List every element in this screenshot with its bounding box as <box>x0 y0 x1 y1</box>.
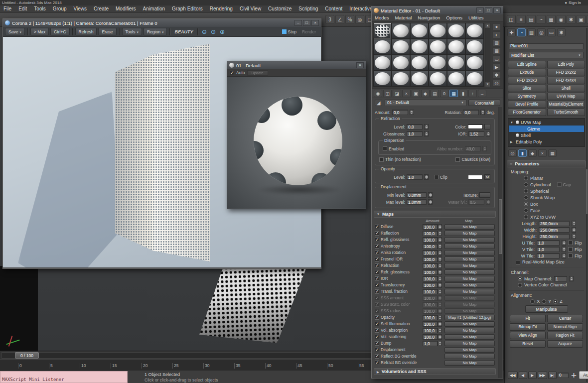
real-world-checkbox[interactable] <box>516 260 520 264</box>
hierarchy-tab-icon[interactable]: ▥ <box>527 28 536 36</box>
menu-item[interactable]: Tools <box>30 5 49 12</box>
tools-button[interactable]: Tools <box>122 28 142 35</box>
map-enable-checkbox[interactable] <box>375 354 379 359</box>
material-sample-slot[interactable] <box>373 23 392 39</box>
map-enable-checkbox[interactable] <box>375 348 379 352</box>
spinner[interactable] <box>562 240 566 246</box>
map-channel-input[interactable]: 1 <box>554 276 567 281</box>
menu-item[interactable]: Animation <box>140 5 168 12</box>
map-slot-button[interactable]: No Map <box>444 231 495 236</box>
material-sample-slot[interactable] <box>465 71 484 87</box>
modifier-button[interactable]: Edit Spline <box>508 61 546 68</box>
video-color-check-icon[interactable]: ▭ <box>492 56 501 63</box>
map-amount-input[interactable]: 100,0 <box>423 282 438 288</box>
make-material-copy-icon[interactable]: ▣ <box>412 90 420 97</box>
erase-button[interactable]: Erase <box>98 28 116 35</box>
map-enable-checkbox[interactable] <box>375 276 379 281</box>
show-shaded-material-in-viewport-icon[interactable]: ▦ <box>449 90 458 97</box>
make-unique-icon[interactable]: ◆ <box>421 90 430 97</box>
map-slot-button[interactable]: No Map <box>444 263 495 268</box>
spinner[interactable] <box>438 328 442 333</box>
displacement-texture-button[interactable] <box>479 192 490 198</box>
map-enable-checkbox[interactable] <box>375 283 379 287</box>
map-enable-checkbox[interactable] <box>375 315 379 320</box>
sample-type-icon[interactable]: ● <box>492 23 501 30</box>
rotation-input[interactable]: 0,0 <box>463 110 479 115</box>
mirror-icon[interactable]: ◫ <box>507 15 516 24</box>
spinner[interactable] <box>438 250 442 255</box>
zoom-reset-icon[interactable]: ⊙ <box>209 28 217 35</box>
spinner[interactable] <box>424 174 429 180</box>
mapping-radio[interactable] <box>524 182 528 187</box>
schematic-view-icon[interactable]: ▦ <box>547 15 556 24</box>
menu-item[interactable]: File <box>0 5 15 12</box>
map-amount-input[interactable]: 100,0 <box>423 224 438 230</box>
rendered-frame-window-icon[interactable]: ▣ <box>577 15 586 24</box>
mapping-radio[interactable] <box>524 195 528 200</box>
map-amount-input[interactable]: 100,0 <box>423 244 438 249</box>
maximize-icon[interactable]: □ <box>485 7 492 13</box>
modifier-button[interactable]: FFD 3x3x3 <box>508 77 546 84</box>
material-sample-slot[interactable] <box>410 55 429 71</box>
map-enable-checkbox[interactable] <box>375 302 379 307</box>
render-pass-label[interactable]: BEAUTY <box>172 29 195 34</box>
tile-input[interactable]: 1,0 <box>537 240 560 246</box>
material-sample-slot[interactable] <box>373 39 392 55</box>
modifier-stack-row[interactable]: UVW Map <box>509 119 584 126</box>
sample-scrollbar[interactable] <box>485 23 490 87</box>
menu-item[interactable]: Options <box>443 14 465 21</box>
copy-button[interactable]: Ctrl+C <box>50 28 69 35</box>
material-sample-slot[interactable] <box>373 71 392 87</box>
modifier-stack-row[interactable]: Shell <box>509 132 584 138</box>
menu-item[interactable]: Create <box>90 5 112 12</box>
opacity-color-swatch[interactable] <box>468 175 483 179</box>
caustics-checkbox[interactable] <box>455 157 460 162</box>
align-icon[interactable]: ≡ <box>517 15 526 24</box>
map-amount-input[interactable]: 100,0 <box>423 263 438 268</box>
map-slot-button[interactable]: No Map <box>444 354 495 359</box>
spinner[interactable] <box>438 224 442 230</box>
mapping-radio[interactable] <box>524 189 528 193</box>
vfb-titlebar[interactable]: Corona 2 | 1149×862px (1:1) | Camera: Co… <box>3 19 321 27</box>
create-tab-icon[interactable]: ✚ <box>507 28 516 36</box>
axis-radio[interactable] <box>542 299 546 304</box>
backlight-icon[interactable]: ◐ <box>492 31 501 38</box>
spinner[interactable] <box>424 124 429 129</box>
map-slot-button[interactable]: No Map <box>444 269 495 275</box>
modifier-button[interactable]: FloorGenerator <box>508 109 546 116</box>
spinner[interactable] <box>438 334 442 340</box>
close-icon[interactable]: × <box>356 62 364 68</box>
map-slot-button[interactable]: No Map <box>444 360 495 366</box>
map-slot-button[interactable]: No Map <box>444 256 495 262</box>
spinner[interactable] <box>410 110 414 115</box>
previous-frame-button[interactable]: ◀ <box>519 372 527 379</box>
make-unique-icon[interactable]: ◆ <box>528 149 537 157</box>
map-slot-button[interactable]: No Map <box>444 295 495 301</box>
map-slot-button[interactable]: No Map <box>444 341 495 346</box>
modifier-button[interactable]: Shell <box>547 85 586 92</box>
opacity-clip-checkbox[interactable] <box>434 175 439 179</box>
spinner[interactable] <box>438 315 442 320</box>
maps-rollout-header[interactable]: Maps <box>374 211 496 218</box>
axis-radio[interactable] <box>553 299 558 304</box>
map-enable-checkbox[interactable] <box>375 257 379 261</box>
menu-item[interactable]: Graph Editors <box>168 5 206 12</box>
dimension-input[interactable]: 250,0mm <box>539 227 570 233</box>
spinner[interactable] <box>438 341 442 346</box>
menu-item[interactable]: Modes <box>372 14 392 21</box>
map-slot-button[interactable]: No Map <box>444 308 495 314</box>
spinner[interactable] <box>438 256 442 262</box>
map-enable-checkbox[interactable] <box>375 361 379 365</box>
go-to-parent-icon[interactable]: ↑ <box>468 90 477 97</box>
material-editor-titlebar[interactable]: Material Editor - 01 - Default – □ × <box>372 6 503 14</box>
map-enable-checkbox[interactable] <box>375 341 379 346</box>
next-frame-button[interactable]: ▶▶ <box>538 372 548 379</box>
map-enable-checkbox[interactable] <box>375 225 379 229</box>
spinner[interactable] <box>482 146 487 151</box>
save-button[interactable]: Save <box>5 28 25 35</box>
put-to-library-icon[interactable]: ▤ <box>431 90 439 97</box>
map-amount-input[interactable]: 100,0 <box>423 231 438 236</box>
material-name-dropdown[interactable]: 01 - Default <box>385 100 466 106</box>
spinner[interactable] <box>428 192 433 198</box>
material-sample-slot[interactable] <box>392 71 410 87</box>
